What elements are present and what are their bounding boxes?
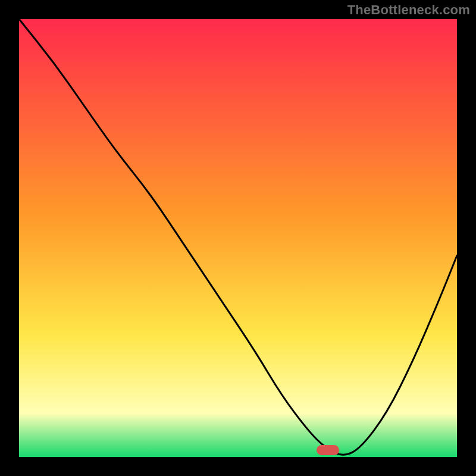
optimal-marker <box>317 445 339 455</box>
chart-frame: TheBottleneck.com <box>0 0 476 476</box>
watermark-text: TheBottleneck.com <box>347 2 470 18</box>
plot-area <box>19 19 457 457</box>
bottleneck-curve <box>19 19 457 457</box>
